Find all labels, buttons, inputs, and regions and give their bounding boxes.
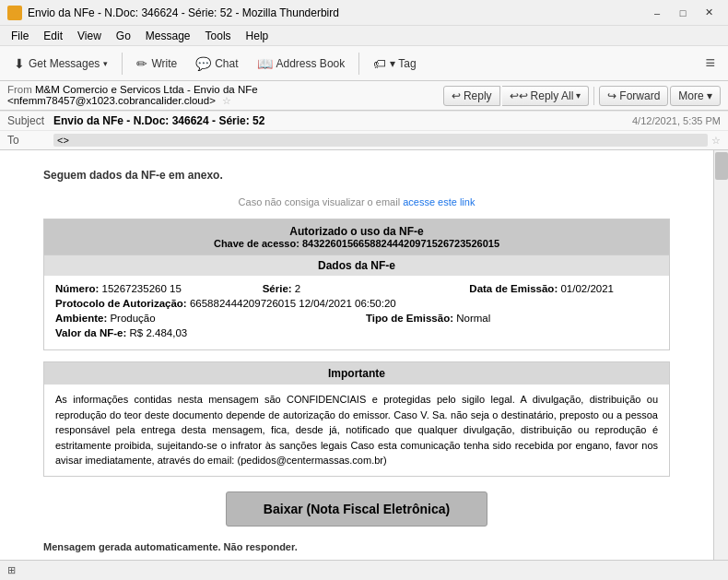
- hamburger-menu-button[interactable]: ≡: [698, 50, 722, 77]
- nfe-chave-row: Chave de acesso: 84322601566588244420971…: [50, 238, 663, 249]
- nfe-data: Número: 15267235260 15 Série: 2 Data de …: [44, 276, 669, 349]
- titlebar: Envio da NFe - N.Doc: 346624 - Série: 52…: [0, 0, 728, 26]
- status-icon: ⊞: [7, 564, 16, 576]
- scrollbar-track[interactable]: [713, 150, 728, 572]
- get-messages-icon: ⬇: [14, 56, 25, 71]
- nfe-valor-field: Valor da NF-e: R$ 2.484,03: [55, 327, 187, 338]
- importante-section: Importante As informações contidas nesta…: [43, 361, 670, 477]
- menu-go[interactable]: Go: [109, 28, 138, 44]
- email-container: Seguem dados da NF-e em anexo. Caso não …: [43, 169, 670, 552]
- nfe-row-4: Valor da NF-e: R$ 2.484,03: [55, 327, 658, 338]
- address-book-icon: 📖: [257, 56, 273, 71]
- menu-help[interactable]: Help: [239, 28, 276, 44]
- reply-all-button[interactable]: ↩↩ Reply All ▾: [502, 86, 590, 106]
- to-label: To: [7, 134, 53, 147]
- action-separator: [593, 87, 594, 105]
- menu-view[interactable]: View: [70, 28, 109, 44]
- nfe-protocolo-field: Protocolo de Autorização: 66588244420972…: [55, 298, 396, 309]
- toolbar-separator-2: [358, 53, 359, 75]
- menu-edit[interactable]: Edit: [36, 28, 70, 44]
- window-title: Envio da NFe - N.Doc: 346624 - Série: 52…: [28, 6, 645, 19]
- message-actions: From M&M Comercio e Servicos Ltda - Envi…: [0, 81, 728, 111]
- app-icon: [7, 6, 22, 20]
- nfe-header: Autorizado o uso da NF-e Chave de acesso…: [44, 219, 669, 254]
- view-link-row: Caso não consiga visualizar o email aces…: [43, 196, 670, 207]
- email-body: Seguem dados da NF-e em anexo. Caso não …: [0, 150, 713, 572]
- reply-all-icon: ↩↩: [510, 89, 528, 102]
- nfe-dados-title: Dados da NF-e: [44, 254, 669, 276]
- to-star-icon[interactable]: ☆: [711, 135, 721, 147]
- menubar: File Edit View Go Message Tools Help: [0, 26, 728, 46]
- toolbar-separator: [122, 53, 123, 75]
- importante-text: As informações contidas nesta mensagem s…: [44, 385, 669, 476]
- chat-icon: 💬: [195, 56, 211, 71]
- reply-button[interactable]: ↩ Reply: [443, 86, 500, 106]
- nfe-numero-field: Número: 15267235260 15: [55, 283, 244, 294]
- download-btn-container: Baixar (Nota Fiscal Eletrônica): [43, 491, 670, 527]
- msg-header-from-row: From M&M Comercio e Servicos Ltda - Envi…: [7, 82, 441, 109]
- close-button[interactable]: ✕: [697, 4, 721, 22]
- menu-tools[interactable]: Tools: [198, 28, 239, 44]
- from-value: M&M Comercio e Servicos Ltda - Envio da …: [7, 84, 258, 106]
- email-scroll-area[interactable]: nfemm Seguem dados da NF-e em anexo. Cas…: [0, 150, 713, 572]
- nfe-tipo-field: Tipo de Emissão: Normal: [366, 313, 658, 324]
- reply-all-dropdown-icon: ▾: [576, 90, 581, 101]
- nfe-emissao-field: Data de Emissão: 01/02/2021: [469, 283, 658, 294]
- address-book-button[interactable]: 📖 Address Book: [249, 52, 354, 76]
- write-button[interactable]: ✏ Write: [128, 52, 185, 76]
- menu-file[interactable]: File: [4, 28, 36, 44]
- tag-button[interactable]: 🏷 ▾ Tag: [365, 52, 424, 76]
- toolbar: ⬇ Get Messages ▾ ✏ Write 💬 Chat 📖 Addres…: [0, 46, 728, 81]
- nfe-row-3: Ambiente: Produção Tipo de Emissão: Norm…: [55, 313, 658, 324]
- date-value: 4/12/2021, 5:35 PM: [632, 115, 721, 126]
- window-controls: – □ ✕: [645, 4, 721, 22]
- email-footer: Mensagem gerada automaticamente. Não res…: [43, 541, 670, 552]
- main-content-area: nfemm Seguem dados da NF-e em anexo. Cas…: [0, 150, 728, 572]
- nfe-row-2: Protocolo de Autorização: 66588244420972…: [55, 298, 658, 309]
- importante-title: Importante: [44, 362, 669, 385]
- subject-value: Envio da NFe - N.Doc: 346624 - Série: 52: [53, 114, 632, 127]
- write-icon: ✏: [136, 56, 147, 71]
- menu-message[interactable]: Message: [138, 28, 198, 44]
- minimize-button[interactable]: –: [645, 4, 669, 22]
- to-value: <>: [53, 134, 708, 147]
- reply-icon: ↩: [452, 89, 461, 102]
- chat-button[interactable]: 💬 Chat: [187, 52, 246, 76]
- message-header-area: From M&M Comercio e Servicos Ltda - Envi…: [0, 81, 728, 150]
- to-row: To <> ☆: [0, 130, 728, 149]
- more-button[interactable]: More ▾: [670, 86, 721, 106]
- subject-row: Subject Envio da NFe - N.Doc: 346624 - S…: [0, 111, 728, 130]
- download-nfe-button[interactable]: Baixar (Nota Fiscal Eletrônica): [226, 491, 487, 527]
- maximize-button[interactable]: □: [671, 4, 695, 22]
- get-messages-button[interactable]: ⬇ Get Messages ▾: [6, 52, 116, 76]
- forward-icon: ↪: [607, 89, 616, 102]
- forward-button[interactable]: ↪ Forward: [599, 86, 668, 106]
- nfe-row-1: Número: 15267235260 15 Série: 2 Data de …: [55, 283, 658, 294]
- email-intro: Seguem dados da NF-e em anexo.: [43, 169, 670, 182]
- star-icon[interactable]: ☆: [222, 95, 231, 106]
- from-label: From: [7, 84, 35, 95]
- nfe-serie-field: Série: 2: [263, 283, 452, 294]
- subject-label: Subject: [7, 114, 53, 127]
- reply-buttons-group: ↩ Reply ↩↩ Reply All ▾ ↪ Forward More ▾: [443, 86, 721, 106]
- nfe-ambiente-field: Ambiente: Produção: [55, 313, 347, 324]
- chevron-down-icon: ▾: [103, 59, 108, 68]
- scrollbar-thumb[interactable]: [715, 152, 728, 180]
- tag-icon: 🏷: [373, 56, 386, 71]
- statusbar: ⊞: [0, 560, 728, 580]
- nfe-box: Autorizado o uso da NF-e Chave de acesso…: [43, 219, 670, 350]
- view-link[interactable]: acesse este link: [403, 196, 475, 207]
